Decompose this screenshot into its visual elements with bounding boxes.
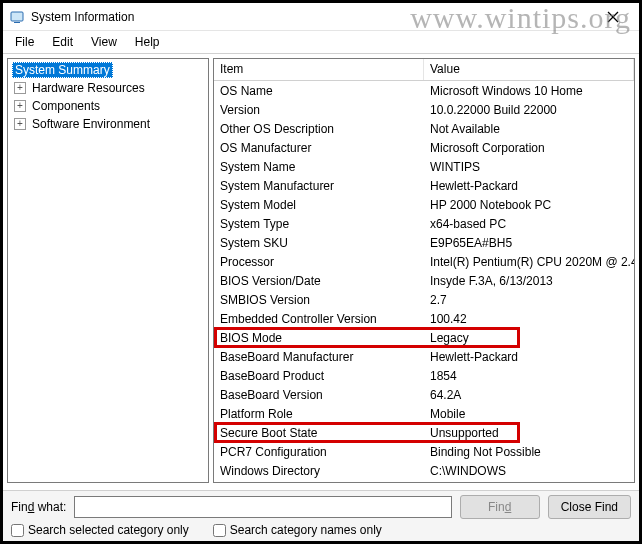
cell-value: Microsoft Windows 10 Home [424, 83, 634, 99]
close-button[interactable] [593, 3, 633, 30]
svg-rect-0 [11, 12, 23, 21]
checkbox-input[interactable] [11, 524, 24, 537]
cell-value: Unsupported [424, 425, 634, 441]
table-row[interactable]: BaseBoard Version64.2A [214, 385, 634, 404]
close-icon [607, 11, 619, 23]
table-row[interactable]: System ModelHP 2000 Notebook PC [214, 195, 634, 214]
cell-item: Processor [214, 254, 424, 270]
cell-item: OS Name [214, 83, 424, 99]
cell-value: 1854 [424, 368, 634, 384]
table-row[interactable]: System NameWINTIPS [214, 157, 634, 176]
expand-icon[interactable]: + [14, 82, 26, 94]
find-label: Find what: [11, 500, 66, 514]
table-row[interactable]: Other OS DescriptionNot Available [214, 119, 634, 138]
cell-value: x64-based PC [424, 216, 634, 232]
tree-item-system-summary[interactable]: System Summary [8, 61, 208, 79]
cell-value: Intel(R) Pentium(R) CPU 2020M @ 2.40GHz, [424, 254, 634, 270]
cell-item: BaseBoard Product [214, 368, 424, 384]
cell-item: PCR7 Configuration [214, 444, 424, 460]
table-row[interactable]: BIOS ModeLegacy [214, 328, 634, 347]
list-header: Item Value [214, 59, 634, 81]
find-options-row: Search selected category only Search cat… [11, 521, 631, 539]
tree-item-software-environment[interactable]: + Software Environment [8, 115, 208, 133]
cell-item: Version [214, 102, 424, 118]
expand-icon[interactable]: + [14, 100, 26, 112]
cell-item: OS Manufacturer [214, 140, 424, 156]
cell-item: Secure Boot State [214, 425, 424, 441]
checkbox-input[interactable] [213, 524, 226, 537]
cell-item: System Directory [214, 482, 424, 483]
column-header-value[interactable]: Value [424, 59, 634, 80]
tree-label: Components [30, 98, 102, 114]
cell-item: SMBIOS Version [214, 292, 424, 308]
table-row[interactable]: Embedded Controller Version100.42 [214, 309, 634, 328]
cell-item: BIOS Mode [214, 330, 424, 346]
column-header-item[interactable]: Item [214, 59, 424, 80]
find-bar: Find what: Find Close Find Search select… [3, 490, 639, 541]
cell-value: E9P65EA#BH5 [424, 235, 634, 251]
table-row[interactable]: System SKUE9P65EA#BH5 [214, 233, 634, 252]
cell-value: Insyde F.3A, 6/13/2013 [424, 273, 634, 289]
list-body[interactable]: OS NameMicrosoft Windows 10 HomeVersion1… [214, 81, 634, 482]
navigation-tree[interactable]: System Summary + Hardware Resources + Co… [7, 58, 209, 483]
cell-item: Platform Role [214, 406, 424, 422]
find-button[interactable]: Find [460, 495, 540, 519]
check-category-names[interactable]: Search category names only [213, 523, 382, 537]
table-row[interactable]: Windows DirectoryC:\WINDOWS [214, 461, 634, 480]
tree-label: Software Environment [30, 116, 152, 132]
cell-value: Hewlett-Packard [424, 349, 634, 365]
cell-item: Windows Directory [214, 463, 424, 479]
cell-value: HP 2000 Notebook PC [424, 197, 634, 213]
find-row: Find what: Find Close Find [11, 495, 631, 519]
table-row[interactable]: BaseBoard Product1854 [214, 366, 634, 385]
cell-item: System SKU [214, 235, 424, 251]
menu-file[interactable]: File [7, 33, 42, 51]
cell-item: Other OS Description [214, 121, 424, 137]
table-row[interactable]: System Typex64-based PC [214, 214, 634, 233]
cell-value: Not Available [424, 121, 634, 137]
menu-bar: File Edit View Help [3, 31, 639, 53]
cell-value: Legacy [424, 330, 634, 346]
details-list: Item Value OS NameMicrosoft Windows 10 H… [213, 58, 635, 483]
table-row[interactable]: Version10.0.22000 Build 22000 [214, 100, 634, 119]
cell-value: Microsoft Corporation [424, 140, 634, 156]
cell-value: 64.2A [424, 387, 634, 403]
content-area: System Summary + Hardware Resources + Co… [3, 53, 639, 487]
title-bar: System Information [3, 3, 639, 31]
cell-value: WINTIPS [424, 159, 634, 175]
check-selected-category[interactable]: Search selected category only [11, 523, 189, 537]
close-find-button[interactable]: Close Find [548, 495, 631, 519]
cell-value: Mobile [424, 406, 634, 422]
svg-rect-1 [14, 22, 20, 23]
menu-view[interactable]: View [83, 33, 125, 51]
cell-item: System Manufacturer [214, 178, 424, 194]
table-row[interactable]: OS NameMicrosoft Windows 10 Home [214, 81, 634, 100]
tree-label: Hardware Resources [30, 80, 147, 96]
checkbox-label: Search category names only [230, 523, 382, 537]
cell-value: Hewlett-Packard [424, 178, 634, 194]
table-row[interactable]: BIOS Version/DateInsyde F.3A, 6/13/2013 [214, 271, 634, 290]
find-input[interactable] [74, 496, 451, 518]
table-row[interactable]: Secure Boot StateUnsupported [214, 423, 634, 442]
tree-label: System Summary [12, 62, 113, 78]
table-row[interactable]: Platform RoleMobile [214, 404, 634, 423]
tree-item-hardware-resources[interactable]: + Hardware Resources [8, 79, 208, 97]
table-row[interactable]: PCR7 ConfigurationBinding Not Possible [214, 442, 634, 461]
table-row[interactable]: System DirectoryC:\WINDOWS\system32 [214, 480, 634, 482]
cell-value: 10.0.22000 Build 22000 [424, 102, 634, 118]
cell-item: BIOS Version/Date [214, 273, 424, 289]
cell-item: BaseBoard Version [214, 387, 424, 403]
app-window: www.wintips.org System Information File … [0, 0, 642, 544]
cell-value: C:\WINDOWS\system32 [424, 482, 634, 483]
table-row[interactable]: System ManufacturerHewlett-Packard [214, 176, 634, 195]
expand-icon[interactable]: + [14, 118, 26, 130]
table-row[interactable]: BaseBoard ManufacturerHewlett-Packard [214, 347, 634, 366]
table-row[interactable]: OS ManufacturerMicrosoft Corporation [214, 138, 634, 157]
table-row[interactable]: SMBIOS Version2.7 [214, 290, 634, 309]
app-icon [9, 9, 25, 25]
menu-edit[interactable]: Edit [44, 33, 81, 51]
table-row[interactable]: ProcessorIntel(R) Pentium(R) CPU 2020M @… [214, 252, 634, 271]
menu-help[interactable]: Help [127, 33, 168, 51]
tree-item-components[interactable]: + Components [8, 97, 208, 115]
cell-item: System Model [214, 197, 424, 213]
